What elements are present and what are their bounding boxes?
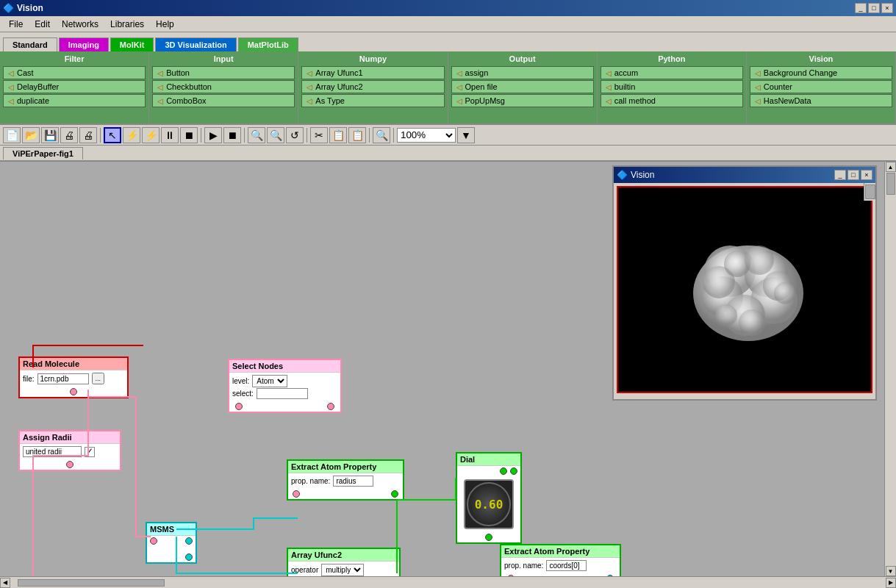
toolbar-open[interactable]: 📂 — [22, 127, 40, 143]
close-button[interactable]: × — [881, 3, 893, 13]
toolbar-print[interactable]: 🖨 — [60, 127, 78, 143]
vision-close[interactable]: × — [861, 170, 872, 180]
menu-networks[interactable]: Networks — [56, 18, 104, 31]
node-read-molecule[interactable]: Read Molecule file: ... — [18, 356, 129, 398]
dial-circle: 0.60 — [467, 482, 511, 526]
title-bar-controls[interactable]: _ □ × — [855, 3, 893, 13]
vision-scrollbar-thumb[interactable] — [865, 184, 875, 199]
module-open-file[interactable]: ◁Open file — [451, 80, 594, 93]
main-scrollbar-h[interactable]: ◀ ▶ — [0, 576, 896, 588]
array-ufunc2-title: Array Ufunc2 — [288, 549, 399, 562]
tab-matplotlib[interactable]: MatPlotLib — [238, 37, 298, 51]
toolbar-run2[interactable]: ⚡ — [142, 127, 160, 143]
toolbar-sep2 — [201, 128, 201, 143]
toolbar-search[interactable]: 🔍 — [373, 127, 390, 143]
dial-widget[interactable]: 0.60 — [464, 479, 514, 529]
tab-standard[interactable]: Standard — [3, 37, 57, 51]
module-accum[interactable]: ◁accum — [601, 66, 743, 79]
toolbar-select[interactable]: ↖ — [104, 127, 121, 143]
toolbar-refresh[interactable]: ↺ — [286, 127, 304, 143]
palette-filter-header: Filter — [3, 54, 146, 63]
select-row: select: — [232, 388, 337, 399]
toolbar-copy[interactable]: 📋 — [329, 127, 347, 143]
toolbar-sep4 — [307, 128, 307, 143]
module-duplicate[interactable]: ◁duplicate — [3, 94, 146, 107]
zoom-dropdown[interactable]: ▼ — [457, 127, 475, 143]
module-counter[interactable]: ◁Counter — [750, 80, 892, 93]
module-cast[interactable]: ◁Cast — [3, 66, 146, 79]
vision-popup-controls[interactable]: _ □ × — [834, 170, 872, 180]
toolbar-new[interactable]: 📄 — [3, 127, 21, 143]
minimize-button[interactable]: _ — [855, 3, 867, 13]
extract-prop1-in — [293, 490, 300, 498]
module-checkbutton[interactable]: ◁Checkbutton — [152, 80, 295, 93]
prop1-input[interactable] — [333, 476, 373, 487]
toolbar-save[interactable]: 💾 — [41, 127, 59, 143]
main-scrollbar-v[interactable]: ▲ ▼ — [884, 162, 896, 576]
tab-imaging[interactable]: Imaging — [59, 37, 109, 51]
module-button[interactable]: ◁Button — [152, 66, 295, 79]
scroll-left-button[interactable]: ◀ — [0, 578, 10, 588]
module-call-method[interactable]: ◁call method — [601, 94, 743, 107]
toolbar-paste[interactable]: 📋 — [348, 127, 366, 143]
zoom-select[interactable]: 100% 75% 50% — [397, 128, 456, 143]
toolbar-zoom-in[interactable]: 🔍 — [248, 127, 265, 143]
h-scroll-thumb[interactable] — [18, 579, 165, 587]
operator-label: operator — [291, 566, 318, 574]
toolbar-step2[interactable]: ⏹ — [223, 127, 241, 143]
node-msms[interactable]: MSMS — [146, 522, 197, 564]
menu-libraries[interactable]: Libraries — [104, 18, 150, 31]
module-array-ufunc1[interactable]: ◁Array Ufunc1 — [301, 66, 444, 79]
module-as-type[interactable]: ◁As Type — [301, 94, 444, 107]
node-array-ufunc2[interactable]: Array Ufunc2 operator multiply — [287, 548, 401, 576]
assign-radii-input[interactable] — [23, 446, 82, 457]
module-array-ufunc2[interactable]: ◁Array Ufunc2 — [301, 80, 444, 93]
vision-scrollbar[interactable] — [864, 183, 875, 201]
prop2-input[interactable] — [546, 560, 587, 571]
module-assign[interactable]: ◁assign — [451, 66, 594, 79]
menu-edit[interactable]: Edit — [29, 18, 56, 31]
h-scroll-track — [10, 578, 886, 587]
vision-minimize[interactable]: _ — [834, 170, 846, 180]
file-browse-button[interactable]: ... — [92, 373, 105, 384]
module-popupmsg[interactable]: ◁PopUpMsg — [451, 94, 594, 107]
scroll-down-button[interactable]: ▼ — [886, 566, 896, 576]
canvas-tab-viper[interactable]: ViPErPaper-fig1 — [3, 147, 83, 159]
tab-molkit[interactable]: MolKit — [110, 37, 154, 51]
menu-help[interactable]: Help — [150, 18, 180, 31]
module-combobox[interactable]: ◁ComboBox — [152, 94, 295, 107]
node-extract-atom-prop1[interactable]: Extract Atom Property prop. name: — [287, 459, 404, 501]
extract-atom-prop2-title: Extract Atom Property — [501, 545, 620, 558]
operator-select[interactable]: multiply — [321, 564, 364, 576]
toolbar-stop[interactable]: ⏹ — [180, 127, 198, 143]
canvas-workspace[interactable]: Read Molecule file: ... Select Nodes — [0, 162, 884, 576]
toolbar-print2[interactable]: 🖨 — [79, 127, 97, 143]
tab-bar: Standard Imaging MolKit 3D Visualization… — [0, 32, 896, 51]
menu-file[interactable]: File — [3, 18, 29, 31]
vision-popup-title-bar: 🔷 Vision _ □ × — [614, 167, 875, 183]
module-delaybuffer[interactable]: ◁DelayBuffer — [3, 80, 146, 93]
tab-3d-vis[interactable]: 3D Visualization — [155, 37, 236, 51]
toolbar: 📄 📂 💾 🖨 🖨 ↖ ⚡ ⚡ ⏸ ⏹ ▶ ⏹ 🔍 🔍 ↺ ✂ 📋 📋 🔍 10… — [0, 125, 896, 146]
toolbar-run[interactable]: ⚡ — [123, 127, 140, 143]
scroll-thumb[interactable] — [886, 173, 895, 195]
level-select[interactable]: Atom — [252, 375, 287, 387]
module-change-background[interactable]: ◁Background Change — [750, 66, 892, 79]
file-input[interactable] — [37, 373, 89, 384]
toolbar-zoom-out[interactable]: 🔍 — [267, 127, 284, 143]
vision-maximize[interactable]: □ — [847, 170, 859, 180]
assign-radii-checkbox[interactable] — [85, 447, 95, 457]
module-hasnewdata[interactable]: ◁HasNewData — [750, 94, 892, 107]
toolbar-step[interactable]: ▶ — [204, 127, 222, 143]
maximize-button[interactable]: □ — [868, 3, 880, 13]
toolbar-cut[interactable]: ✂ — [310, 127, 328, 143]
toolbar-pause[interactable]: ⏸ — [161, 127, 179, 143]
node-select-nodes[interactable]: Select Nodes level: Atom select: — [228, 359, 342, 413]
scroll-up-button[interactable]: ▲ — [886, 162, 896, 172]
node-assign-radii[interactable]: Assign Radii — [18, 430, 121, 471]
module-builtin[interactable]: ◁builtin — [601, 80, 743, 93]
select-input[interactable] — [257, 388, 308, 399]
node-dial[interactable]: Dial 0.60 — [456, 452, 522, 544]
node-extract-atom-prop2[interactable]: Extract Atom Property prop. name: — [500, 544, 621, 576]
scroll-right-button[interactable]: ▶ — [886, 578, 896, 588]
